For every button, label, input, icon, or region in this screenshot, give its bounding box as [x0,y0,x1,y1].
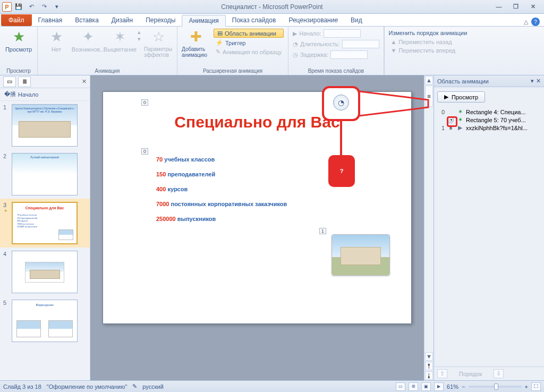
pane-close-icon[interactable]: ✕ [82,78,90,85]
help-icon[interactable]: ? [531,18,540,26]
group-label: Анимация [42,67,173,74]
slides-tab-icon[interactable]: ▭ [3,76,16,87]
move-back[interactable]: ▲ Переместить назад [389,38,468,46]
restore-button[interactable]: ❐ [509,3,523,11]
zoom-slider[interactable] [469,386,522,388]
thumbnail-2[interactable]: 2 Лучший компьютерный [0,150,90,199]
slide[interactable]: 0 Специально для Вас 0 70 учебных классо… [103,91,412,324]
thumbnail-list[interactable]: 1 Центр Компьютерного Обучения «Специали… [0,101,90,380]
main-area: ▭ ≣ ✕ �播 Начало 1 Центр Компьютерного Об… [0,75,544,380]
animation-item-0[interactable]: 0 ✶ Rectangle 4: Специа... [437,108,541,116]
fit-window-button[interactable]: ⛶ [531,382,541,391]
anim-order-tag[interactable]: 1 [319,228,326,234]
vertical-scrollbar[interactable]: ▲ ≡ ▼ ⭱ ⭳ [424,75,434,380]
scroll-down[interactable]: ▼ [425,352,433,361]
spellcheck-icon[interactable]: ✎ [132,383,137,390]
qat-dropdown[interactable]: ▾ [51,1,63,13]
anim-order-tag[interactable]: 0 [141,148,148,155]
anim-order-tag[interactable]: 0 [141,99,148,106]
normal-view-button[interactable]: ▭ [396,382,405,391]
start-input[interactable] [324,29,361,38]
animation-pane-button[interactable]: ▤Область анимации [214,29,284,38]
media-icon: ▶ [458,124,462,131]
next-slide[interactable]: ⭳ [425,371,433,380]
thumbnail-5[interactable]: 5 Видеоуроки [0,296,90,345]
status-slide-number: Слайд 3 из 18 [3,384,41,390]
add-anim-icon: ✚ [190,29,202,45]
tab-insert[interactable]: Вставка [69,14,105,26]
slide-title: Специально для Вас [103,113,411,131]
duration-label: Длительность: [300,41,339,47]
preview-button[interactable]: ★ Просмотр [4,29,33,53]
preview-label: Просмотр [5,46,32,53]
group-reorder: Изменить порядок анимации ▲ Переместить … [384,27,544,75]
tab-view[interactable]: Вид [344,14,369,26]
anim-appear[interactable]: ✦Возникнов... [74,29,103,53]
anim-fade[interactable]: ✶Выцветание [106,29,134,53]
tab-animation[interactable]: Анимация [182,15,225,27]
prev-slide[interactable]: ⭱ [425,362,433,370]
reorder-title: Изменить порядок анимации [389,30,468,37]
section-header[interactable]: �播 Начало [0,88,90,101]
thumbnail-1[interactable]: 1 Центр Компьютерного Обучения «Специали… [0,101,90,150]
powerpoint-icon: P [2,2,12,12]
status-language[interactable]: русский [142,384,163,390]
reorder-down[interactable]: ⇩ [494,369,504,378]
group-animation: ★Нет ✦Возникнов... ✶Выцветание ▴▾ ☆Парам… [38,27,177,75]
duration-input[interactable] [342,40,379,48]
minimize-button[interactable]: — [492,3,506,11]
play-animation-button[interactable]: ▶ Просмотр [437,91,485,103]
tab-slideshow[interactable]: Показ слайдов [226,14,283,26]
anim-none[interactable]: ★Нет [42,29,71,53]
save-button[interactable]: 💾 [13,1,24,13]
order-label: Порядок [459,371,482,377]
tab-review[interactable]: Рецензирование [282,14,344,26]
tab-home[interactable]: Главная [32,14,69,26]
tab-design[interactable]: Дизайн [105,14,139,26]
thumbnail-4[interactable]: 4 [0,248,90,296]
scroll-up[interactable]: ▲ [425,76,433,84]
animation-pane-header: Область анимации ▾✕ [434,75,544,87]
status-theme: "Оформление по умолчанию" [47,384,128,390]
tab-transitions[interactable]: Переходы [139,14,182,26]
redo-button[interactable]: ↷ [38,1,50,13]
scroll-thumb[interactable]: ≡ [425,86,433,107]
group-timing: ▶Начало: ◔Длительность: ◷Задержка: Время… [288,27,384,75]
reorder-up[interactable]: ⇧ [437,369,447,378]
gallery-more[interactable]: ▴▾ [138,29,141,42]
start-label: Начало: [299,30,321,37]
thumbnail-3[interactable]: 3 ✦ Специально для Вас 70 учебных классо… [0,199,90,248]
outline-tab-icon[interactable]: ≣ [18,76,31,87]
animation-badge-icon: ✦ [4,208,8,214]
play-icon: ▶ [293,30,297,37]
pane-icon: ▤ [217,30,223,37]
star-icon: ★ [50,29,63,45]
entrance-icon: ✶ [458,116,463,123]
canvas-scroll[interactable]: 0 Специально для Вас 0 70 учебных классо… [90,75,424,380]
window-title: Специалист - Microsoft PowerPoint [221,3,322,11]
trigger-button[interactable]: ⚡Триггер [214,39,284,47]
sorter-view-button[interactable]: ⊞ [409,382,418,391]
zoom-out-button[interactable]: − [462,384,465,390]
pane-dropdown-icon[interactable]: ▾ [531,78,534,84]
star-icon: ✶ [114,29,126,45]
outline-tabs: ▭ ≣ ✕ [0,75,90,88]
effect-options[interactable]: ☆Параметры эффектов [144,29,173,58]
zoom-in-button[interactable]: + [525,384,528,390]
animation-painter[interactable]: ✎Анимация по образцу [214,48,284,56]
slide-image[interactable] [332,234,390,276]
ribbon-minimize-icon[interactable]: △ [524,19,528,25]
reading-view-button[interactable]: ▣ [421,382,431,391]
move-forward[interactable]: ▼ Переместить вперед [389,47,468,54]
file-tab[interactable]: Файл [1,14,32,26]
close-button[interactable]: ✕ [526,3,540,11]
delay-input[interactable] [330,50,368,59]
delay-label: Задержка: [300,52,328,58]
slide-thumbnails-pane: ▭ ≣ ✕ �播 Начало 1 Центр Компьютерного Об… [0,75,90,380]
group-label: Время показа слайдов [293,67,379,74]
undo-button[interactable]: ↶ [26,1,37,13]
pane-close-icon[interactable]: ✕ [536,78,541,84]
delay-icon: ◷ [293,52,298,58]
slideshow-view-button[interactable]: ▶ [434,382,444,391]
add-animation[interactable]: ✚Добавить анимацию [182,29,210,58]
